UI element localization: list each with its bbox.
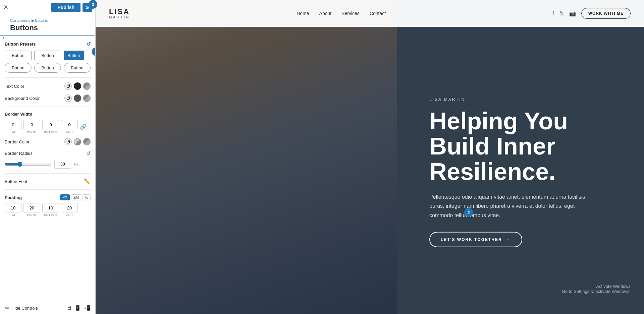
preset-btn-3-wrapper: Button 1 [64, 51, 91, 60]
preset-btn-5[interactable]: Button [34, 63, 61, 73]
border-top-group: TOP [5, 120, 21, 133]
border-right-input[interactable] [23, 120, 40, 129]
desktop-icon[interactable]: 🖥 [66, 305, 72, 311]
border-radius-reset[interactable]: ↺ [86, 150, 91, 156]
preset-btn-6[interactable]: Button [64, 63, 91, 73]
unit-tab-em[interactable]: EM [71, 194, 82, 200]
bg-color-reset[interactable]: ↺ [64, 95, 72, 102]
breadcrumb-area: ‹ Customizing ▶ Buttons Buttons [0, 15, 95, 36]
padding-top-input[interactable] [5, 203, 21, 212]
border-bottom-group: BOTTOM [42, 120, 59, 133]
text-color-icons: ↺ [64, 82, 91, 90]
work-with-me-button[interactable]: WORK WITH ME [581, 8, 631, 19]
hero-cta-button[interactable]: LET'S WORK TOGETHER → [429, 232, 522, 247]
mobile-icon[interactable]: 📲 [84, 305, 91, 311]
border-color-icons: ↺ [64, 138, 91, 145]
padding-left-input[interactable] [61, 203, 78, 212]
border-radius-controls: PX [5, 160, 91, 169]
text-color-local[interactable] [74, 82, 81, 90]
twitter-icon[interactable]: 𝕏 [559, 10, 564, 17]
nav-about[interactable]: About [319, 11, 332, 16]
padding-bottom-group: BOTTOM [42, 203, 59, 216]
close-icon[interactable]: ✕ [3, 4, 8, 11]
panel-content: Button Presets ↺ Button Button Button 1 … [0, 36, 95, 302]
padding-right-group: RIGHT [23, 203, 40, 216]
nav-contact[interactable]: Contact [370, 11, 386, 16]
preset-btn-2[interactable]: Button [34, 51, 61, 60]
nav-home[interactable]: Home [297, 11, 309, 16]
back-arrow[interactable]: ‹ [3, 35, 4, 41]
text-color-row: Text Color ↺ [5, 82, 91, 90]
bg-color-global[interactable] [83, 95, 91, 102]
hide-controls-btn[interactable]: 👁 Hide Controls [5, 306, 38, 311]
facebook-icon[interactable]: f [552, 10, 554, 16]
button-presets-label: Button Presets ↺ [5, 41, 91, 47]
button-presets-row2: Button Button Button [5, 63, 91, 73]
reset-presets-icon[interactable]: ↺ [86, 41, 91, 47]
padding-right-input[interactable] [23, 203, 40, 212]
hide-controls-label: Hide Controls [11, 306, 38, 311]
tablet-icon[interactable]: 📱 [74, 305, 81, 311]
border-left-input[interactable] [61, 120, 78, 129]
divider-2 [5, 107, 91, 107]
annotation-badge-1: 1 [92, 47, 95, 56]
arrow-icon: → [506, 237, 511, 242]
panel-title: Buttons [10, 23, 91, 32]
padding-bottom-label: BOTTOM [44, 213, 57, 216]
unit-tab-px[interactable]: PX [60, 194, 70, 200]
border-color-global[interactable] [83, 138, 91, 145]
padding-header: Padding PX EM % [5, 194, 91, 200]
border-top-input[interactable] [5, 120, 21, 129]
unit-tab-pct[interactable]: % [83, 194, 91, 200]
border-radius-label: Border Radius [5, 151, 33, 156]
device-icons: 🖥 📱 📲 [66, 305, 91, 311]
border-width-section: Border Width TOP RIGHT BOTTOM LEFT [5, 112, 91, 133]
background-color-row: Background Color ↺ [5, 95, 91, 102]
border-radius-slider[interactable] [5, 162, 52, 167]
nav-services[interactable]: Services [341, 11, 360, 16]
divider-1 [5, 77, 91, 78]
divider-4 [5, 189, 91, 190]
border-color-row: Border Color ↺ [5, 138, 91, 145]
border-bottom-input[interactable] [42, 120, 59, 129]
background-color-label: Background Color [5, 96, 40, 101]
padding-top-group: TOP [5, 203, 21, 216]
logo-name: LISA [109, 8, 130, 15]
publish-button[interactable]: Publish [51, 3, 80, 12]
bottom-bar: 👁 Hide Controls 🖥 📱 📲 [0, 302, 95, 314]
padding-label: Padding [5, 195, 22, 200]
divider-3 [5, 173, 91, 174]
border-color-reset[interactable]: ↺ [64, 138, 72, 145]
padding-bottom-input[interactable] [42, 203, 59, 212]
border-color-local[interactable] [74, 138, 81, 145]
border-radius-input[interactable] [54, 160, 71, 169]
padding-top-label: TOP [10, 213, 16, 216]
preset-btn-1[interactable]: Button [5, 51, 32, 60]
border-bottom-label: BOTTOM [44, 130, 57, 133]
logo-sub: MARTIN [109, 15, 130, 19]
preset-btn-4[interactable]: Button [5, 63, 32, 73]
link-border-icon[interactable]: 🔗 [80, 124, 87, 130]
border-right-group: RIGHT [23, 120, 40, 133]
button-presets-row1: Button Button Button 1 [5, 51, 91, 60]
preset-btn-3[interactable]: Button [64, 51, 84, 60]
text-color-global[interactable] [83, 82, 91, 90]
hero-title: Helping You Build Inner Resilience. [429, 108, 624, 184]
bg-color-local[interactable] [74, 95, 81, 102]
instagram-icon[interactable]: 📷 [569, 10, 576, 17]
button-font-label: Button Font [5, 179, 27, 184]
border-left-group: LEFT [61, 120, 78, 133]
border-top-label: TOP [10, 130, 16, 133]
hero-subtitle: LISA MARTIN [429, 97, 624, 102]
border-right-label: RIGHT [27, 130, 37, 133]
publish-settings-button[interactable]: ⚙ [83, 3, 92, 12]
text-color-reset[interactable]: ↺ [64, 82, 72, 90]
nav-right: f 𝕏 📷 WORK WITH ME [552, 8, 631, 19]
padding-inputs: TOP RIGHT BOTTOM LEFT [5, 203, 91, 216]
border-radius-row: Border Radius ↺ [5, 150, 91, 156]
padding-left-label: LEFT [66, 213, 73, 216]
nav-links: Home About Services Contact [297, 10, 386, 16]
button-font-edit-icon[interactable]: ✏️ [84, 178, 91, 185]
hero-section: LISA MARTIN Home About Services Contact … [96, 0, 644, 314]
unit-tabs: PX EM % [60, 194, 91, 200]
